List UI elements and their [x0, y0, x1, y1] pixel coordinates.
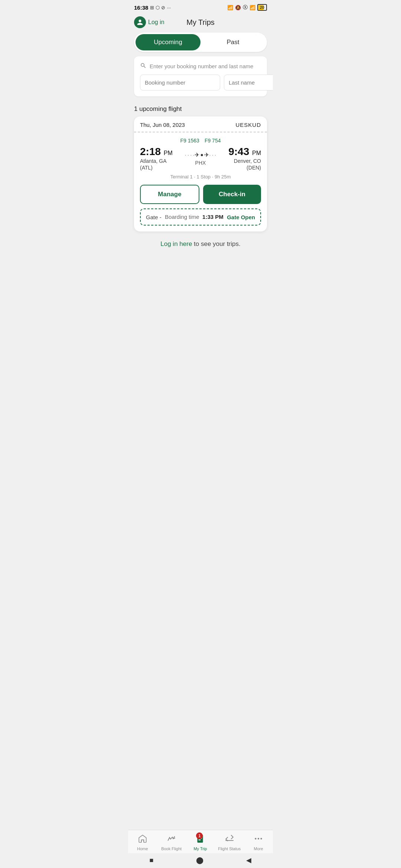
route-dots-right: · · ·: [209, 152, 216, 158]
stop-city: PHX: [195, 160, 206, 166]
search-label: Enter your booking number and last name: [140, 62, 261, 70]
mute-icon: 🔕: [235, 5, 241, 10]
spacer: [128, 257, 273, 301]
app-header: Log in My Trips: [128, 13, 273, 33]
manage-button[interactable]: Manage: [140, 185, 199, 204]
last-name-input[interactable]: [224, 75, 273, 91]
wifi-icon: 📶: [250, 5, 255, 10]
flight-card: Thu, Jun 08, 2023 UESKUD F9 1563 F9 754 …: [134, 116, 267, 231]
card-header: Thu, Jun 08, 2023 UESKUD: [134, 116, 267, 132]
status-left-icons: ⊞ ⬡ ⊘ ···: [150, 5, 171, 10]
route-middle: · · · · ✈ ● ✈ · · · PHX: [173, 151, 228, 166]
login-prompt-text: to see your trips.: [192, 240, 240, 247]
checkin-button[interactable]: Check-in: [203, 185, 261, 204]
route-dots-left: · · · ·: [185, 152, 194, 158]
page-title: My Trips: [186, 18, 215, 27]
action-buttons: Manage Check-in: [134, 185, 267, 208]
gate-status: Gate Open: [227, 214, 255, 220]
departure-city: Atlanta, GA (ATL): [140, 158, 173, 171]
grid-icon: ⊞: [150, 5, 154, 10]
route-dot-stop: ●: [200, 152, 203, 158]
tabs-container: Upcoming Past: [128, 33, 273, 56]
booking-code: UESKUD: [235, 122, 261, 128]
tab-bar: Upcoming Past: [134, 33, 267, 52]
boarding-info: Boarding time 1:33 PM: [165, 214, 224, 220]
card-divider: [134, 132, 267, 132]
search-hint-text: Enter your booking number and last name: [150, 63, 253, 69]
user-avatar: [134, 16, 146, 28]
login-label: Log in: [148, 19, 164, 26]
layers-icon: ⬡: [156, 5, 160, 10]
plane-icon: ✈: [195, 151, 199, 158]
bluetooth-icon: 📶: [227, 5, 233, 10]
arrival-city: Denver, CO (DEN): [228, 158, 261, 171]
flight-count: 1 upcoming flight: [128, 102, 273, 116]
flight-numbers: F9 1563 F9 754: [140, 138, 261, 144]
plane-icon-2: ✈: [204, 151, 209, 158]
status-time: 16:38: [134, 4, 148, 11]
block-icon: ⊘: [161, 5, 165, 10]
route-row: 2:18 PM Atlanta, GA (ATL) · · · · ✈ ● ✈ …: [140, 146, 261, 171]
status-right-icons: 📶 🔕 Ⓧ 📶 20: [227, 4, 267, 11]
battery-icon: 20: [257, 4, 267, 11]
flight-date: Thu, Jun 08, 2023: [140, 122, 185, 128]
login-here-link[interactable]: Log in here: [160, 240, 192, 247]
login-prompt: Log in here to see your trips.: [128, 231, 273, 257]
search-section: Enter your booking number and last name: [134, 56, 267, 96]
search-inputs: [140, 75, 261, 91]
close-circle-icon: Ⓧ: [243, 4, 248, 11]
tab-upcoming[interactable]: Upcoming: [136, 34, 200, 50]
status-bar: 16:38 ⊞ ⬡ ⊘ ··· 📶 🔕 Ⓧ 📶 20: [128, 0, 273, 13]
departure-time: 2:18 PM: [140, 146, 173, 158]
gate-number: Gate -: [146, 214, 162, 220]
arrival-time: 9:43 PM: [228, 146, 261, 158]
login-button[interactable]: Log in: [134, 16, 164, 28]
flight-num-2: F9 754: [205, 138, 221, 144]
arrival-info: 9:43 PM Denver, CO (DEN): [228, 146, 261, 171]
dots-icon: ···: [167, 5, 171, 10]
gate-info: Gate - Boarding time 1:33 PM Gate Open: [140, 208, 261, 226]
flight-info: F9 1563 F9 754 2:18 PM Atlanta, GA (ATL)…: [134, 138, 267, 185]
search-icon: [140, 62, 147, 70]
flight-num-1: F9 1563: [180, 138, 199, 144]
booking-number-input[interactable]: [140, 75, 220, 91]
tab-past[interactable]: Past: [200, 34, 265, 50]
departure-info: 2:18 PM Atlanta, GA (ATL): [140, 146, 173, 171]
flight-details: Terminal 1 · 1 Stop · 9h 25m: [140, 174, 261, 180]
